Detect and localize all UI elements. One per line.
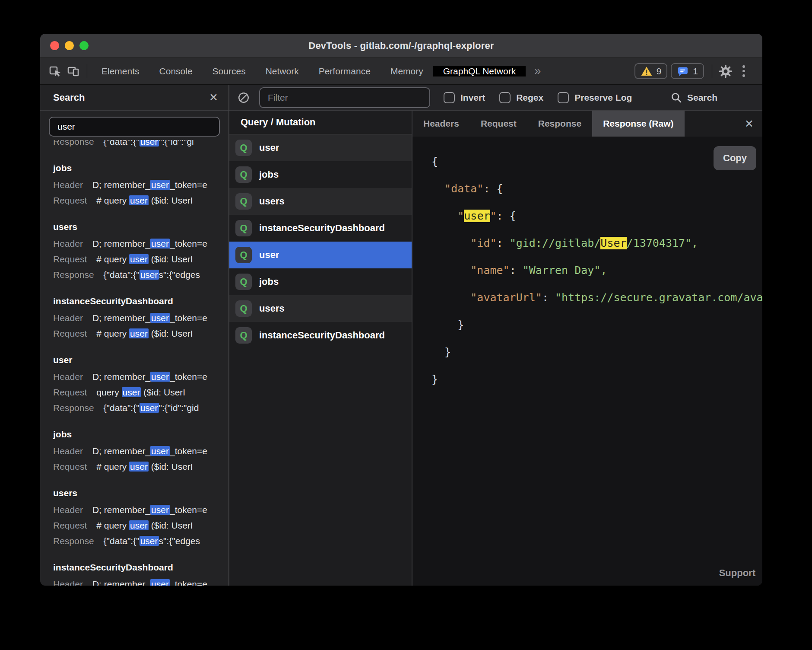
copy-button[interactable]: Copy — [714, 146, 756, 170]
filter-option-preserve-log: Preserve Log — [558, 92, 632, 103]
checkbox-preserve-log[interactable] — [558, 92, 569, 103]
text-segment: ($id: UserI — [149, 520, 193, 530]
query-row-label: user — [259, 249, 279, 261]
kebab-menu-icon[interactable] — [736, 64, 751, 79]
search-result-line[interactable]: Request# query user ($id: UserI — [53, 518, 228, 533]
search-result-group: instanceSecurityDashboardHeaderD; rememb… — [53, 293, 228, 341]
result-label: Request — [53, 520, 87, 530]
warning-count: 9 — [657, 66, 662, 76]
search-result-line[interactable]: HeaderD; remember_user_token=e — [53, 577, 228, 586]
filter-option-invert: Invert — [444, 92, 485, 103]
query-row-user[interactable]: Quser — [229, 134, 412, 161]
search-result-group: jobsHeaderD; remember_user_token=eReques… — [53, 427, 228, 475]
more-tabs-icon[interactable]: » — [526, 64, 549, 78]
search-match-highlight: user — [129, 254, 149, 264]
search-icon — [670, 92, 682, 104]
tab-response-raw[interactable]: Response (Raw) — [592, 111, 684, 137]
checkbox-invert[interactable] — [444, 92, 455, 103]
search-result-line[interactable]: Requestquery user ($id: UserI — [53, 385, 228, 400]
titlebar: DevTools - gitlab.com/-/graphql-explorer — [40, 34, 762, 58]
search-match-highlight: user — [129, 462, 149, 472]
tab-network[interactable]: Network — [256, 58, 309, 84]
text-segment: s":{"edges — [159, 270, 200, 280]
result-value: D; remember_user_token=e — [92, 239, 207, 249]
clear-log-icon[interactable] — [237, 91, 250, 104]
close-window-button[interactable] — [50, 41, 59, 50]
search-result-line[interactable]: Request# query user ($id: UserI — [53, 193, 228, 208]
toolbar-right: 9 1 — [634, 63, 762, 79]
checkbox-label: Invert — [460, 92, 485, 103]
search-result-group: usersHeaderD; remember_user_token=eReque… — [53, 219, 228, 283]
close-search-icon[interactable]: ✕ — [209, 92, 218, 103]
result-value: # query user ($id: UserI — [96, 195, 193, 205]
search-result-line[interactable]: Request# query user ($id: UserI — [53, 459, 228, 475]
tab-sources[interactable]: Sources — [203, 58, 256, 84]
text-segment: # query — [96, 462, 129, 472]
filter-input[interactable] — [259, 87, 430, 108]
issue-count: 1 — [693, 66, 698, 76]
query-row-instancesecuritydashboard[interactable]: QinstanceSecurityDashboard — [229, 322, 412, 349]
search-input[interactable] — [49, 117, 220, 137]
warnings-badge[interactable]: 9 — [634, 63, 668, 79]
query-row-jobs[interactable]: Qjobs — [229, 161, 412, 188]
tab-performance[interactable]: Performance — [309, 58, 381, 84]
search-result-line[interactable]: HeaderD; remember_user_token=e — [53, 502, 228, 518]
tab-headers[interactable]: Headers — [412, 111, 470, 137]
text-segment: "avatarUrl" — [470, 291, 542, 304]
main-area: Search ✕ Response{"data":{"user":{"id":"… — [40, 85, 762, 586]
issues-badge[interactable]: 1 — [671, 63, 704, 79]
text-segment: : — [483, 182, 496, 195]
detail-tab-list: HeadersRequestResponse — [412, 111, 592, 137]
support-link[interactable]: Support — [719, 567, 755, 579]
search-panel: Search ✕ Response{"data":{"user":{"id":"… — [40, 85, 229, 586]
search-panel-title: Search — [53, 92, 85, 103]
zoom-window-button[interactable] — [79, 41, 89, 50]
checkbox-regex[interactable] — [499, 92, 511, 103]
search-result-line[interactable]: Request# query user ($id: UserI — [53, 252, 228, 267]
query-row-label: jobs — [259, 276, 279, 287]
query-rows: QuserQjobsQusersQinstanceSecurityDashboa… — [229, 134, 412, 586]
minimize-window-button[interactable] — [65, 41, 74, 50]
text-segment: "https://secure.gravatar.com/avatar — [555, 291, 762, 304]
inspect-element-icon[interactable] — [48, 64, 63, 79]
settings-gear-icon[interactable] — [718, 64, 733, 79]
query-badge-icon: Q — [235, 166, 252, 183]
close-detail-icon[interactable]: ✕ — [741, 111, 757, 137]
device-toolbar-icon[interactable] — [66, 64, 81, 79]
json-line: "data": { — [431, 175, 762, 202]
query-row-jobs[interactable]: Qjobs — [229, 268, 412, 295]
tab-elements[interactable]: Elements — [92, 58, 149, 84]
devtools-window: DevTools - gitlab.com/-/graphql-explorer… — [40, 34, 762, 586]
search-result-line[interactable]: HeaderD; remember_user_token=e — [53, 177, 228, 193]
search-result-line[interactable]: Response{"data":{"user":{"id":"gid — [53, 400, 228, 416]
tab-graphql-network[interactable]: GraphQL Network — [433, 66, 526, 76]
search-result-line[interactable]: Request# query user ($id: UserI — [53, 326, 228, 341]
search-match-highlight: user — [150, 372, 170, 382]
query-row-user[interactable]: Quser — [229, 242, 412, 268]
text-segment: D; remember_ — [92, 505, 150, 515]
search-result-line[interactable]: HeaderD; remember_user_token=e — [53, 369, 228, 385]
query-badge-icon: Q — [235, 193, 252, 210]
query-list-header: Query / Mutation — [229, 111, 412, 134]
query-row-users[interactable]: Qusers — [229, 188, 412, 215]
json-line: } — [431, 366, 762, 393]
search-result-group-title: users — [53, 485, 228, 501]
text-segment: "Warren Day", — [523, 264, 607, 277]
text-segment: {"data":{" — [104, 140, 140, 147]
text-segment: query — [96, 387, 121, 397]
search-result-line[interactable]: HeaderD; remember_user_token=e — [53, 236, 228, 252]
search-result-line[interactable]: HeaderD; remember_user_token=e — [53, 310, 228, 326]
search-result-group: usersHeaderD; remember_user_token=eReque… — [53, 485, 228, 549]
tab-memory[interactable]: Memory — [381, 58, 433, 84]
search-result-line[interactable]: HeaderD; remember_user_token=e — [53, 443, 228, 459]
tab-response[interactable]: Response — [527, 111, 592, 137]
query-row-users[interactable]: Qusers — [229, 295, 412, 322]
query-row-instancesecuritydashboard[interactable]: QinstanceSecurityDashboard — [229, 215, 412, 242]
search-result-line[interactable]: Response{"data":{"user":{"id":"gi — [53, 140, 228, 150]
search-result-line[interactable]: Response{"data":{"users":{"edges — [53, 533, 228, 549]
search-result-line[interactable]: Response{"data":{"users":{"edges — [53, 267, 228, 283]
tab-request[interactable]: Request — [470, 111, 527, 137]
network-search[interactable]: Search — [670, 92, 717, 104]
text-segment: _token=e — [170, 372, 207, 382]
tab-console[interactable]: Console — [149, 58, 203, 84]
